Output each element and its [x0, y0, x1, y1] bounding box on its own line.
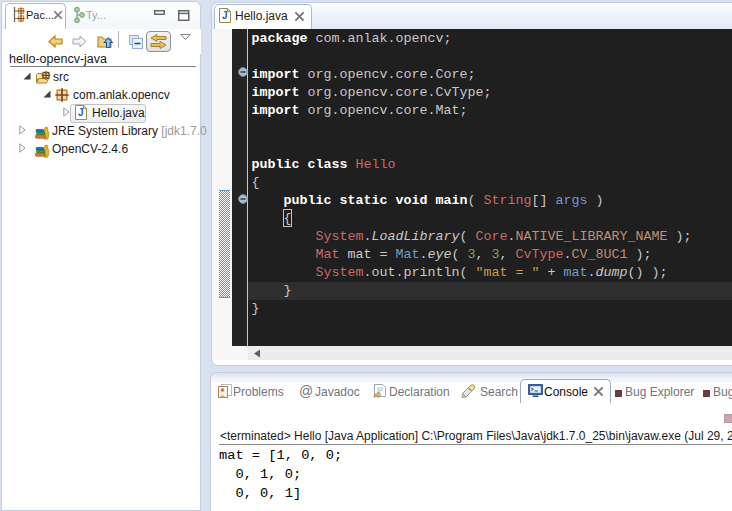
svg-text:J: J [222, 10, 228, 21]
svg-text:J: J [78, 107, 84, 118]
